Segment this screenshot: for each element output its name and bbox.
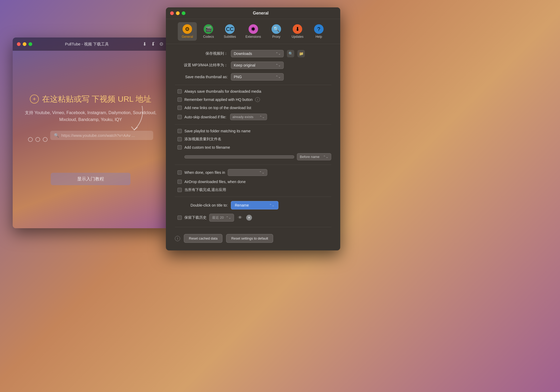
general-icon: ⚙ xyxy=(183,24,192,34)
remember-format-checkbox[interactable] xyxy=(178,97,182,102)
divider-5 xyxy=(175,227,331,227)
view-history-icon[interactable]: 👁 xyxy=(237,214,244,221)
settings-titlebar: General xyxy=(166,7,340,19)
pulltube-titlebar: PullTube - 视频 下载工具 ⬇ ⬇̈ ⚙ xyxy=(13,38,169,51)
extensions-icon: ✱ xyxy=(249,24,258,34)
save-playlist-row: Save playlist to folder matching its nam… xyxy=(175,129,331,133)
open-in-chevron: ⌃⌄ xyxy=(259,171,264,174)
tab-subtitles-label: Subtitles xyxy=(224,35,236,39)
settings-maximize-button[interactable] xyxy=(182,11,185,15)
rename-value: Rename xyxy=(235,203,249,207)
reset-cached-data-button[interactable]: Reset cached data xyxy=(184,234,222,243)
thumbnail-row: Save media thumbnail as: PNG ⌃⌄ xyxy=(175,73,331,81)
double-click-row: Double-click on title to: Rename ⌃⌄ xyxy=(175,201,331,209)
thumbnail-chevron: ⌃⌄ xyxy=(276,75,281,79)
url-placeholder: + 在这粘贴或写 下视频 URL 地址 xyxy=(30,94,151,105)
clear-history-icon[interactable]: ✕ xyxy=(246,215,252,221)
bitrate-select[interactable]: Keep original ⌃⌄ xyxy=(231,62,284,69)
save-to-chevron: ⌃⌄ xyxy=(276,52,281,55)
history-count-value: 最近 20 xyxy=(212,215,224,220)
auto-skip-label: Auto-skip download if file: xyxy=(184,115,226,119)
exit-label: 当所有下载完成,退出应用 xyxy=(184,188,226,192)
open-folder-icon[interactable]: 📁 xyxy=(297,50,305,57)
tab-subtitles[interactable]: CC Subtitles xyxy=(220,22,240,41)
keep-history-checkbox[interactable] xyxy=(178,216,182,220)
settings-minimize-button[interactable] xyxy=(176,11,180,15)
updates-icon: ⬇ xyxy=(293,24,302,34)
tab-codecs-label: Codecs xyxy=(203,35,214,39)
double-click-label: Double-click on title to: xyxy=(175,203,228,207)
search-placeholder-text: https://www.youtube.com/watch?v=AAv ... xyxy=(61,133,135,138)
tab-updates-label: Updates xyxy=(292,35,304,39)
download-all-icon[interactable]: ⬇̈ xyxy=(150,41,156,47)
remember-format-label: Remember format applied with HQ button xyxy=(184,97,253,102)
remember-format-info-icon[interactable]: i xyxy=(255,97,260,102)
divider-1 xyxy=(175,85,331,85)
add-links-top-label: Add new links on top of the download lis… xyxy=(184,106,251,110)
tab-extensions[interactable]: ✱ Extensions xyxy=(242,22,265,41)
exit-checkbox[interactable] xyxy=(178,188,182,192)
add-quality-checkbox[interactable] xyxy=(178,137,182,141)
download-icon[interactable]: ⬇ xyxy=(142,41,147,47)
add-custom-text-checkbox[interactable] xyxy=(178,145,182,150)
tab-codecs[interactable]: 🎬 Codecs xyxy=(199,22,218,41)
settings-close-button[interactable] xyxy=(170,11,174,15)
save-to-select[interactable]: Downloads ⌃⌄ xyxy=(231,50,284,57)
save-playlist-checkbox[interactable] xyxy=(178,129,182,133)
pulltube-body: + 在这粘贴或写 下视频 URL 地址 支持 Youtube, Vimeo, F… xyxy=(13,51,169,228)
tab-help-label: Help xyxy=(315,35,322,39)
auto-skip-checkbox[interactable] xyxy=(178,115,182,119)
reset-settings-button[interactable]: Reset settings to default xyxy=(226,234,273,243)
always-save-thumbnails-row: Always save thumbnails for downloaded me… xyxy=(175,89,331,94)
subtitles-icon: CC xyxy=(225,24,235,34)
history-count-select[interactable]: 最近 20 ⌃⌄ xyxy=(209,214,234,222)
dot-3 xyxy=(43,137,48,142)
auto-skip-value: already exists xyxy=(232,115,253,119)
minimize-button[interactable] xyxy=(23,42,26,46)
position-select[interactable]: Before name ⌃⌄ xyxy=(297,153,331,160)
search-folder-icon[interactable]: 🔍 xyxy=(287,50,294,57)
dot-2 xyxy=(35,137,40,142)
maximize-button[interactable] xyxy=(29,42,32,46)
rename-chevron: ⌃⌄ xyxy=(269,203,274,207)
position-chevron: ⌃⌄ xyxy=(323,155,328,159)
thumbnail-label: Save media thumbnail as: xyxy=(175,75,228,79)
when-done-checkbox[interactable] xyxy=(178,170,182,175)
pulltube-title: PullTube - 视频 下载工具 xyxy=(32,42,142,47)
tab-proxy[interactable]: 🔍 Proxy xyxy=(267,22,286,41)
double-click-select[interactable]: Rename ⌃⌄ xyxy=(231,201,278,209)
exit-row: 当所有下载完成,退出应用 xyxy=(175,188,331,192)
help-icon: ? xyxy=(314,24,324,34)
settings-icon[interactable]: ⚙ xyxy=(158,41,164,47)
tab-extensions-label: Extensions xyxy=(245,35,261,39)
close-button[interactable] xyxy=(17,42,21,46)
bitrate-label: 设置 MP3/M4A 比特率为： xyxy=(175,63,228,68)
position-value: Before name xyxy=(300,155,319,159)
show-tutorial-button[interactable]: 显示入门教程 xyxy=(51,173,130,185)
remember-format-row: Remember format applied with HQ button i xyxy=(175,97,331,102)
settings-toolbar: ⚙ General 🎬 Codecs CC Subtitles ✱ Extens… xyxy=(166,19,340,44)
divider-3 xyxy=(175,165,331,165)
auto-skip-select[interactable]: already exists ⌃⌄ xyxy=(230,114,267,120)
airdrop-checkbox[interactable] xyxy=(178,180,182,184)
custom-text-input[interactable] xyxy=(184,155,294,158)
keep-history-label: 保留下载历史 xyxy=(184,215,207,220)
main-hint: 在这粘贴或写 下视频 URL 地址 xyxy=(42,94,151,105)
tab-help[interactable]: ? Help xyxy=(309,22,328,41)
bottom-info-icon[interactable]: i xyxy=(175,236,180,241)
add-links-top-checkbox[interactable] xyxy=(178,106,182,110)
thumbnail-select[interactable]: PNG ⌃⌄ xyxy=(231,73,284,81)
auto-skip-chevron: ⌃⌄ xyxy=(259,115,265,119)
open-in-select[interactable]: ⌃⌄ xyxy=(228,169,267,176)
tab-general[interactable]: ⚙ General xyxy=(178,22,197,41)
traffic-lights xyxy=(17,42,32,46)
auto-skip-row: Auto-skip download if file: already exis… xyxy=(175,114,331,120)
save-to-label: 保存视频到： xyxy=(175,51,228,56)
tab-general-label: General xyxy=(182,35,193,39)
tab-proxy-label: Proxy xyxy=(272,35,281,39)
settings-window: General ⚙ General 🎬 Codecs CC Subtitles … xyxy=(166,7,340,250)
always-save-thumbnails-checkbox[interactable] xyxy=(178,89,182,94)
tab-updates[interactable]: ⬇ Updates xyxy=(288,22,307,41)
when-done-label: When done, open files in xyxy=(184,170,225,175)
add-url-button[interactable]: + xyxy=(30,95,39,104)
